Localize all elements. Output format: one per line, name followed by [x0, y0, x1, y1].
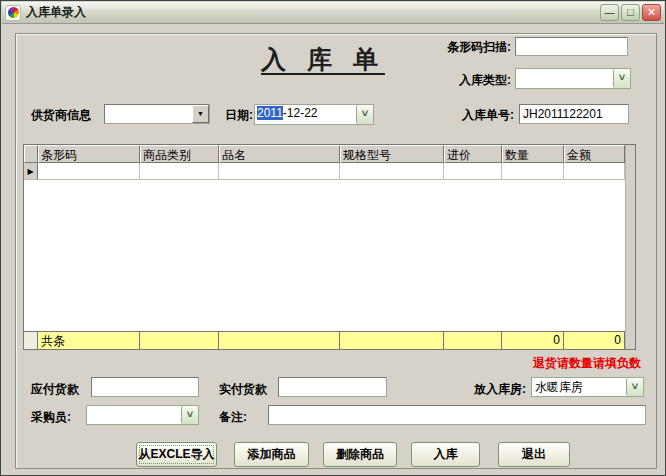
- summary-cell: [219, 331, 340, 349]
- date-value: 2011-12-22: [255, 105, 356, 124]
- grid-col-header-price[interactable]: 进价: [444, 145, 502, 163]
- entry-type-value: [516, 69, 613, 88]
- title-bar[interactable]: 入库单录入 — □ ✕: [2, 2, 664, 24]
- warehouse-entry-window: 入库单录入 — □ ✕ 入 库 单 条形码扫描: 入库类型: ˅ 供货商信息 ▼…: [0, 0, 666, 476]
- payable-label: 应付货款: [31, 381, 79, 398]
- chevron-down-icon[interactable]: ˅: [613, 69, 630, 88]
- supplier-label: 供货商信息: [31, 107, 91, 124]
- paid-input[interactable]: [278, 377, 387, 397]
- summary-cell: [444, 331, 502, 349]
- add-item-button[interactable]: 添加商品: [234, 442, 309, 467]
- warehouse-combobox[interactable]: 水暖库房 ˅: [531, 377, 644, 397]
- summary-amount-total: 0: [564, 331, 625, 349]
- barcode-scan-input[interactable]: [515, 37, 628, 56]
- grid-summary-row: 共条 0 0: [24, 331, 625, 349]
- purchaser-label: 采购员:: [31, 409, 71, 426]
- grid-cell-qty[interactable]: [502, 163, 564, 180]
- import-excel-button[interactable]: 从EXCLE导入: [136, 442, 217, 467]
- form-title: 入 库 单: [253, 43, 393, 76]
- row-selector-arrow-icon[interactable]: ▶: [24, 163, 38, 180]
- warehouse-value: 水暖库房: [532, 378, 626, 396]
- purchaser-value: [87, 406, 181, 424]
- supplier-combobox[interactable]: ▼: [104, 104, 210, 124]
- date-selected-segment: 2011: [257, 106, 283, 120]
- warehouse-label: 放入库房:: [441, 381, 526, 398]
- supplier-value: [105, 105, 192, 123]
- color-wheel-icon: [8, 7, 19, 18]
- grid-col-header-amount[interactable]: 金额: [564, 145, 625, 163]
- maximize-button[interactable]: □: [621, 4, 640, 21]
- grid-col-header-name[interactable]: 品名: [219, 145, 340, 163]
- entry-no-input[interactable]: [519, 104, 629, 124]
- grid-col-header-spec[interactable]: 规格型号: [340, 145, 444, 163]
- grid-cell-category[interactable]: [140, 163, 219, 180]
- grid-cell-price[interactable]: [444, 163, 502, 180]
- window-title: 入库单录入: [26, 4, 598, 21]
- minimize-button[interactable]: —: [600, 4, 619, 21]
- chevron-down-icon[interactable]: ˅: [181, 406, 198, 424]
- chevron-down-icon[interactable]: ˅: [356, 105, 373, 124]
- summary-selector-cell: [24, 331, 38, 349]
- grid-cell-spec[interactable]: [340, 163, 444, 180]
- grid-selector-header: [24, 145, 38, 163]
- grid-col-header-barcode[interactable]: 条形码: [38, 145, 140, 163]
- close-button[interactable]: ✕: [642, 4, 661, 21]
- app-icon: [5, 5, 21, 21]
- grid-cell-name[interactable]: [219, 163, 340, 180]
- exit-button[interactable]: 退出: [498, 442, 570, 467]
- dropdown-arrow-icon[interactable]: ▼: [192, 105, 209, 123]
- summary-cell: [140, 331, 219, 349]
- entry-type-combobox[interactable]: ˅: [515, 68, 631, 89]
- grid-col-header-category[interactable]: 商品类别: [140, 145, 219, 163]
- grid-cell-barcode[interactable]: [38, 163, 140, 180]
- barcode-scan-label: 条形码扫描:: [429, 39, 511, 56]
- stock-in-button[interactable]: 入库: [411, 442, 480, 467]
- paid-label: 实付货款: [219, 381, 267, 398]
- date-label: 日期:: [225, 107, 253, 124]
- summary-label-cell: 共条: [38, 331, 140, 349]
- items-grid: 条形码 商品类别 品名 规格型号 进价 数量 金额 ▶ 共条 0: [23, 144, 636, 350]
- summary-cell: [340, 331, 444, 349]
- chevron-down-icon[interactable]: ˅: [626, 378, 643, 396]
- remarks-input[interactable]: [268, 405, 646, 425]
- summary-qty-total: 0: [502, 331, 564, 349]
- remarks-label: 备注:: [219, 409, 247, 426]
- entry-type-label: 入库类型:: [429, 72, 511, 89]
- payable-input[interactable]: [91, 377, 199, 397]
- date-rest-segment: -12-22: [283, 106, 318, 120]
- grid-cell-amount[interactable]: [564, 163, 625, 180]
- entry-no-label: 入库单号:: [429, 107, 514, 124]
- grid-header-row: 条形码 商品类别 品名 规格型号 进价 数量 金额: [24, 145, 625, 163]
- delete-item-button[interactable]: 删除商品: [323, 442, 397, 467]
- grid-col-header-qty[interactable]: 数量: [502, 145, 564, 163]
- purchaser-combobox[interactable]: ˅: [86, 405, 199, 425]
- grid-right-filler: [625, 145, 635, 349]
- negative-qty-notice: 退货请数量请填负数: [441, 355, 641, 372]
- grid-data-row[interactable]: ▶: [24, 163, 625, 180]
- grid-empty-area: [24, 180, 635, 331]
- date-picker[interactable]: 2011-12-22 ˅: [254, 104, 374, 125]
